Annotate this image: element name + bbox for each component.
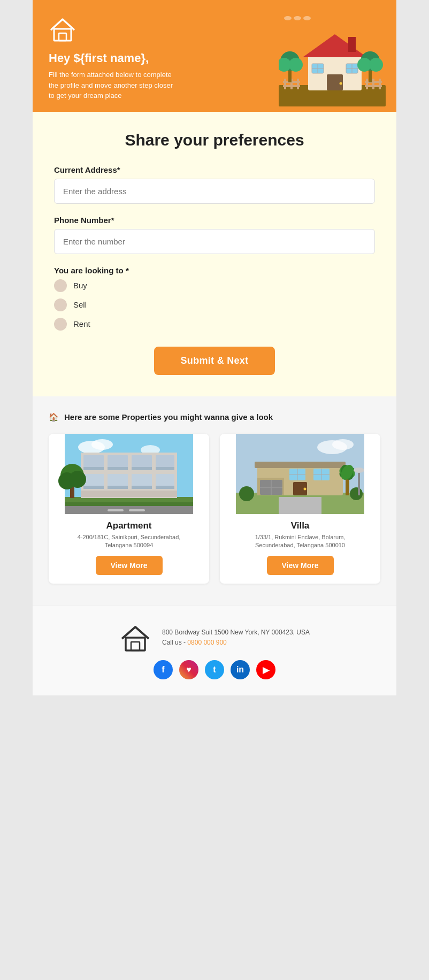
svg-point-81 [304, 487, 307, 490]
radio-sell-circle [54, 298, 67, 311]
svg-rect-92 [131, 642, 140, 650]
address-label: Current Address* [54, 165, 375, 174]
phone-input[interactable] [54, 229, 375, 254]
phone-group: Phone Number* [54, 216, 375, 254]
footer-info: 800 Bordway Suit 1500 New York, NY 00042… [162, 627, 310, 648]
apartment-address: 4-200/181C, Sainikpuri, Secunderabad,Tel… [54, 533, 204, 550]
looking-group: You are looking to * Buy Sell Rent [54, 266, 375, 331]
properties-section: 🏠 Here are some Properties you might wan… [33, 396, 396, 606]
address-input[interactable] [54, 179, 375, 204]
svg-rect-18 [283, 85, 300, 87]
svg-point-27 [289, 58, 303, 72]
villa-view-more-button[interactable]: View More [267, 556, 334, 575]
radio-buy-label: Buy [73, 281, 87, 290]
svg-rect-14 [284, 79, 286, 89]
linkedin-icon[interactable]: in [231, 660, 250, 679]
radio-sell[interactable]: Sell [54, 298, 375, 311]
svg-rect-0 [54, 29, 71, 41]
svg-point-90 [354, 468, 364, 473]
svg-rect-16 [297, 79, 299, 89]
form-section: Share your preferences Current Address* … [33, 112, 396, 396]
footer: 800 Bordway Suit 1500 New York, NY 00042… [33, 605, 396, 695]
facebook-icon[interactable]: f [154, 660, 173, 679]
page-wrapper: Hey ${first name}, Fill the form attache… [33, 0, 396, 695]
apartment-view-more-button[interactable]: View More [96, 556, 163, 575]
header-subtitle: Fill the form attached below to complete… [49, 70, 177, 101]
properties-house-icon: 🏠 [49, 412, 59, 422]
instagram-icon[interactable]: ♥ [179, 660, 198, 679]
radio-buy[interactable]: Buy [54, 279, 375, 292]
svg-point-65 [332, 439, 354, 450]
svg-rect-22 [365, 81, 382, 83]
properties-header: 🏠 Here are some Properties you might wan… [49, 412, 380, 422]
header-banner: Hey ${first name}, Fill the form attache… [33, 0, 396, 112]
property-card-apartment: Apartment 4-200/181C, Sainikpuri, Secund… [49, 434, 209, 584]
looking-label: You are looking to * [54, 266, 375, 275]
svg-point-31 [369, 58, 383, 72]
footer-call: Call us - 0800 000 900 [162, 638, 310, 648]
footer-phone: 0800 000 900 [187, 639, 226, 646]
header-house-illustration [279, 26, 386, 106]
svg-rect-54 [156, 486, 174, 489]
home-icon-header [49, 16, 76, 44]
svg-point-87 [239, 486, 254, 501]
svg-rect-69 [255, 462, 346, 468]
svg-rect-61 [108, 509, 124, 511]
header-clouds [284, 16, 316, 27]
social-icons: f ♥ t in ▶ [154, 660, 275, 679]
radio-rent-circle [54, 318, 67, 331]
svg-rect-5 [348, 37, 356, 52]
radio-rent[interactable]: Rent [54, 318, 375, 331]
svg-rect-23 [365, 85, 382, 87]
footer-top: 800 Bordway Suit 1500 New York, NY 00042… [119, 622, 310, 654]
svg-point-34 [91, 439, 113, 450]
villa-name: Villa [225, 520, 375, 531]
svg-rect-45 [132, 467, 152, 470]
svg-rect-51 [83, 486, 104, 489]
svg-rect-52 [108, 486, 128, 489]
properties-header-text: Here are some Properties you might wanna… [64, 412, 273, 422]
villa-image [220, 434, 380, 514]
svg-rect-19 [366, 79, 368, 89]
radio-group: Buy Sell Rent [54, 279, 375, 331]
radio-buy-circle [54, 279, 67, 292]
svg-point-88 [350, 487, 363, 500]
property-card-villa: Villa 1/33/1, Rukmini Enclave, Bolarum,S… [220, 434, 380, 584]
svg-point-59 [69, 471, 86, 488]
radio-rent-label: Rent [73, 319, 90, 328]
twitter-icon[interactable]: t [205, 660, 224, 679]
svg-rect-21 [379, 79, 381, 89]
radio-sell-label: Sell [73, 300, 87, 309]
svg-rect-62 [129, 509, 145, 511]
footer-call-prefix: Call us - [162, 639, 187, 646]
address-group: Current Address* [54, 165, 375, 204]
svg-marker-4 [303, 34, 367, 57]
phone-label: Phone Number* [54, 216, 375, 225]
svg-rect-20 [372, 79, 374, 89]
svg-point-7 [340, 82, 342, 85]
svg-rect-44 [108, 467, 128, 470]
youtube-icon[interactable]: ▶ [256, 660, 275, 679]
svg-rect-89 [358, 471, 360, 495]
apartment-name: Apartment [54, 520, 204, 531]
svg-rect-55 [81, 491, 177, 497]
submit-button[interactable]: Submit & Next [154, 347, 275, 375]
footer-address: 800 Bordway Suit 1500 New York, NY 00042… [162, 627, 310, 638]
apartment-image [49, 434, 209, 514]
svg-rect-43 [83, 467, 104, 470]
form-title: Share your preferences [54, 131, 375, 149]
svg-rect-53 [132, 486, 152, 489]
svg-rect-1 [59, 33, 66, 41]
svg-rect-91 [126, 638, 145, 650]
footer-home-icon [119, 622, 151, 654]
svg-rect-67 [279, 497, 321, 514]
svg-rect-46 [156, 467, 174, 470]
svg-rect-60 [65, 506, 193, 514]
properties-grid: Apartment 4-200/181C, Sainikpuri, Secund… [49, 434, 380, 584]
villa-address: 1/33/1, Rukmini Enclave, Bolarum,Secunde… [225, 533, 375, 550]
